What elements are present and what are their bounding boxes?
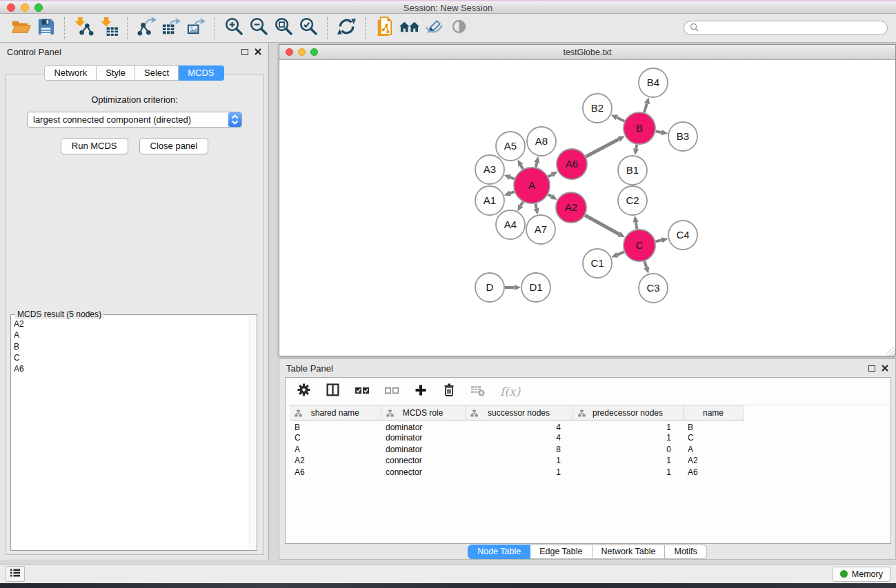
table-cell[interactable]: 8 <box>465 444 573 456</box>
zoom-selected-button[interactable] <box>296 17 321 40</box>
graph-edge-C-C3[interactable] <box>644 261 646 267</box>
graph-edge-A-A7[interactable] <box>535 204 536 209</box>
open-session-button[interactable] <box>8 17 33 40</box>
column-header-mcds-role[interactable]: MCDS role <box>381 406 465 420</box>
graph-node-A7[interactable]: A7 <box>526 215 555 244</box>
table-cell[interactable]: 0 <box>573 444 683 456</box>
close-panel-icon[interactable] <box>255 48 261 55</box>
table-cell[interactable]: 1 <box>465 455 573 467</box>
table-cell[interactable]: A6 <box>290 467 381 478</box>
tab-network[interactable]: Network <box>44 65 97 81</box>
graph-edge-C-C4[interactable] <box>655 240 661 241</box>
criterion-select[interactable]: largest connected component (directed) <box>27 112 242 128</box>
table-row[interactable]: A2connector11A2 <box>290 455 744 467</box>
select-all-button[interactable] <box>355 385 370 398</box>
apply-layout-button[interactable] <box>334 17 359 40</box>
mcds-result-item[interactable]: B <box>14 341 248 352</box>
tab-style[interactable]: Style <box>97 65 135 81</box>
table-row[interactable]: A6connector11A6 <box>290 467 744 478</box>
graph-edge-A2-C[interactable] <box>585 215 619 234</box>
mcds-result-item[interactable]: C <box>14 352 248 363</box>
graph-edge-B-B3[interactable] <box>656 132 662 133</box>
hide-labels-button[interactable] <box>421 17 446 40</box>
graph-edge-A-A6[interactable] <box>548 174 552 176</box>
mcds-result-item[interactable]: A6 <box>14 363 248 374</box>
graph-edge-A-A1[interactable] <box>510 192 515 193</box>
mcds-result-item[interactable]: A <box>14 330 248 341</box>
tab-mcds[interactable]: MCDS <box>179 65 223 81</box>
float-panel-icon[interactable] <box>241 49 248 55</box>
memory-button[interactable]: Memory <box>833 567 890 582</box>
graph-edge-C-C2[interactable] <box>636 222 637 229</box>
graph-edge-B-B4[interactable] <box>644 103 647 112</box>
graph-node-A4[interactable]: A4 <box>496 210 525 239</box>
zoom-out-button[interactable] <box>246 17 271 40</box>
table-cell[interactable]: dominator <box>381 444 465 456</box>
close-network-button[interactable] <box>286 48 293 56</box>
graph-node-A5[interactable]: A5 <box>496 132 525 161</box>
column-header-name[interactable]: name <box>683 406 744 420</box>
column-header-predecessor-nodes[interactable]: predecessor nodes <box>573 406 683 420</box>
table-cell[interactable]: A <box>290 444 381 456</box>
window-resize-grip[interactable] <box>886 347 895 356</box>
task-history-button[interactable] <box>6 566 25 582</box>
close-panel-icon[interactable] <box>882 365 888 372</box>
mcds-result-item[interactable]: A2 <box>14 318 248 330</box>
import-table-button[interactable] <box>96 17 121 40</box>
export-network-button[interactable] <box>134 17 159 40</box>
minimize-network-button[interactable] <box>298 48 306 56</box>
export-table-button[interactable] <box>159 17 183 40</box>
table-cell[interactable]: A2 <box>290 455 381 467</box>
table-cell[interactable]: connector <box>381 467 465 478</box>
show-graphics-details-button[interactable] <box>446 17 471 40</box>
column-header-shared-name[interactable]: shared name <box>290 406 381 420</box>
graph-node-D[interactable]: D <box>475 273 504 302</box>
graph-edge-A-A5[interactable] <box>521 165 523 170</box>
run-mcds-button[interactable]: Run MCDS <box>61 138 128 154</box>
table-cell[interactable]: 1 <box>465 467 573 478</box>
duplicate-network-button[interactable] <box>372 17 397 40</box>
import-network-button[interactable] <box>71 17 96 40</box>
table-cell[interactable]: 4 <box>465 432 573 444</box>
graph-node-A3[interactable]: A3 <box>475 155 504 184</box>
graph-node-B3[interactable]: B3 <box>668 122 697 151</box>
tab-edge-table[interactable]: Edge Table <box>530 545 592 559</box>
table-cell[interactable]: A6 <box>683 467 744 478</box>
graph-node-C3[interactable]: C3 <box>639 274 668 303</box>
zoom-fit-button[interactable] <box>271 17 296 40</box>
show-all-networks-button[interactable] <box>397 17 421 40</box>
zoom-network-button[interactable] <box>310 48 318 56</box>
graph-node-C4[interactable]: C4 <box>668 221 697 250</box>
graph-node-C1[interactable]: C1 <box>583 249 612 278</box>
export-image-button[interactable] <box>183 17 208 40</box>
graph-node-C[interactable]: C <box>624 230 655 261</box>
graph-node-B2[interactable]: B2 <box>583 94 612 123</box>
close-panel-button[interactable]: Close panel <box>139 138 209 154</box>
graph-node-A1[interactable]: A1 <box>475 186 504 215</box>
add-column-button[interactable] <box>414 383 428 400</box>
graph-edge-A-A4[interactable] <box>521 202 523 206</box>
graph-edge-A-A3[interactable] <box>510 177 515 179</box>
graph-node-B4[interactable]: B4 <box>639 68 668 97</box>
table-cell[interactable]: A <box>683 444 744 456</box>
network-canvas[interactable]: AA1A2A3A4A5A6A7A8BB1B2B3B4CC1C2C3C4DD1 <box>279 60 895 356</box>
deselect-all-button[interactable] <box>384 385 399 398</box>
table-settings-button[interactable] <box>297 383 311 400</box>
tab-network-table[interactable]: Network Table <box>593 545 666 559</box>
table-cell[interactable]: B <box>683 420 744 433</box>
table-cell[interactable]: 1 <box>573 432 683 444</box>
table-cell[interactable]: A2 <box>683 455 744 467</box>
table-row[interactable]: Cdominator41C <box>290 432 744 444</box>
result-scrollbar[interactable] <box>249 316 256 549</box>
graph-node-A8[interactable]: A8 <box>527 127 556 156</box>
graph-node-A6[interactable]: A6 <box>557 149 587 179</box>
graph-edge-A-A2[interactable] <box>548 194 552 196</box>
graph-edge-A-A8[interactable] <box>536 163 537 168</box>
table-cell[interactable]: dominator <box>381 420 465 433</box>
graph-node-B1[interactable]: B1 <box>618 156 647 185</box>
tab-select[interactable]: Select <box>135 65 179 81</box>
table-row[interactable]: Bdominator41B <box>290 420 744 433</box>
table-cell[interactable]: B <box>290 420 381 433</box>
table-cell[interactable]: 1 <box>573 467 683 478</box>
table-cell[interactable]: 1 <box>573 455 683 467</box>
